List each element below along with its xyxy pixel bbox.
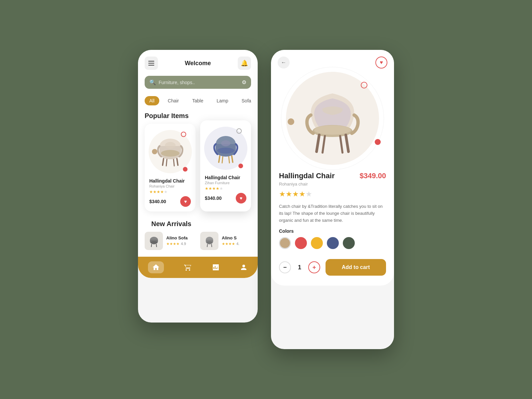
category-table[interactable]: Table: [188, 96, 208, 105]
add-to-cart-button[interactable]: Add to cart: [326, 259, 386, 276]
favorite-button[interactable]: ♥: [375, 57, 387, 68]
product-detail-info: Hallingdal Chair $349.00 Rohaniya chair …: [271, 168, 394, 259]
search-input[interactable]: [159, 80, 239, 85]
nav-home-button[interactable]: [148, 261, 164, 273]
svg-line-27: [340, 136, 342, 153]
category-bar: All Chair Table Lamp Sofa A: [138, 91, 258, 110]
arrival-name-1: Alino Sofa: [166, 235, 188, 240]
product-detail-stars: ★★★★★: [279, 190, 386, 199]
product-sub-1: Rohaniya Chair: [149, 184, 191, 188]
wishlist-button-2[interactable]: ♥: [236, 193, 246, 203]
back-button[interactable]: ←: [278, 57, 290, 68]
arrival-thumb-2: [200, 232, 218, 250]
arrival-thumb-1: [145, 232, 163, 250]
arrival-item-1[interactable]: Alino Sofa ★★★★4.9: [145, 232, 196, 250]
new-arrivals-title: New Arrivals: [145, 218, 251, 232]
dot-red-detail: [375, 139, 381, 145]
product-name-2: Hallingdal Chair: [205, 175, 246, 180]
svg-point-9: [221, 140, 230, 146]
product-detail-price: $349.00: [359, 172, 386, 180]
color-yellow[interactable]: [311, 237, 323, 249]
svg-line-25: [346, 135, 348, 152]
cart-row: − 1 + Add to cart: [271, 259, 394, 276]
arrival-stars-1: ★★★★: [166, 242, 180, 246]
product-sub-2: Zihan Furniture: [205, 181, 246, 185]
svg-line-6: [174, 159, 174, 166]
arrival-name-2: Alino S: [222, 235, 239, 240]
svg-line-24: [317, 135, 319, 152]
quantity-increase-button[interactable]: +: [308, 261, 320, 273]
arrival-rating-2: 4.: [236, 242, 239, 246]
arrival-item-2[interactable]: Alino S ★★★★4.: [200, 232, 251, 250]
product-stars-2: ★★★★★: [205, 186, 246, 191]
colors-label: Colors: [279, 228, 386, 234]
product-description: Catch chair by &Tradition literally catc…: [279, 203, 386, 224]
nav-profile-button[interactable]: [240, 263, 248, 271]
product-stars-1: ★★★★★: [149, 190, 191, 194]
chair-image-2: [207, 130, 244, 167]
svg-line-3: [163, 159, 164, 165]
svg-line-11: [232, 156, 233, 162]
color-blue[interactable]: [327, 237, 339, 249]
product-price-1: $340.00: [149, 199, 166, 204]
wishlist-button-1[interactable]: ♥: [180, 196, 191, 207]
product-card-2[interactable]: Hallingdal Chair Zihan Furniture ★★★★★ $…: [200, 120, 251, 211]
detail-header: ← ♥: [271, 50, 394, 68]
svg-point-23: [314, 125, 351, 135]
svg-point-8: [217, 148, 234, 154]
quantity-value: 1: [296, 264, 303, 271]
svg-line-26: [323, 136, 325, 153]
new-arrivals-section: New Arrivals: [138, 218, 258, 250]
svg-point-2: [165, 142, 176, 149]
category-chair[interactable]: Chair: [163, 96, 184, 105]
color-beige[interactable]: [279, 237, 291, 249]
svg-line-20: [207, 244, 207, 247]
svg-line-21: [211, 244, 212, 247]
arrival-rating-1: 4.9: [181, 242, 186, 246]
product-price-2: $340.00: [205, 196, 222, 201]
color-red[interactable]: [295, 237, 307, 249]
bottom-navigation: [138, 257, 258, 278]
colors-row: [279, 237, 386, 249]
product-detail-subtitle: Rohaniya chair: [279, 182, 386, 187]
svg-line-16: [151, 244, 152, 247]
svg-line-13: [229, 157, 229, 163]
color-dark-green[interactable]: [343, 237, 355, 249]
page-title: Welcome: [185, 60, 211, 67]
quantity-decrease-button[interactable]: −: [279, 261, 291, 273]
filter-icon[interactable]: ⚙: [242, 79, 246, 85]
search-bar: 🔍 ⚙: [145, 76, 251, 89]
chair-image-1: [152, 133, 189, 170]
search-icon: 🔍: [149, 79, 156, 85]
nav-cart-button[interactable]: [184, 263, 192, 271]
product-detail-image: [271, 72, 394, 165]
arrival-stars-2: ★★★★: [222, 242, 235, 246]
menu-button[interactable]: [145, 57, 158, 70]
svg-line-10: [219, 156, 220, 162]
svg-line-4: [177, 159, 178, 165]
svg-line-17: [156, 244, 157, 247]
svg-point-19: [206, 241, 212, 243]
svg-point-15: [151, 241, 157, 244]
product-detail-name: Hallingdal Chair: [279, 172, 334, 180]
svg-line-5: [166, 159, 167, 166]
category-sofa[interactable]: Sofa: [237, 96, 256, 105]
svg-point-1: [161, 150, 180, 157]
nav-analytics-button[interactable]: [212, 263, 220, 271]
category-lamp[interactable]: Lamp: [212, 96, 233, 105]
notification-button[interactable]: 🔔: [238, 57, 251, 70]
product-image-large: [293, 82, 372, 155]
product-name-1: Hallingdal Chair: [149, 178, 191, 184]
category-all[interactable]: All: [145, 96, 159, 105]
product-card-1[interactable]: Hallingdal Chair Rohaniya Chair ★★★★★ $3…: [145, 124, 196, 211]
products-row: Hallingdal Chair Rohaniya Chair ★★★★★ $3…: [138, 124, 258, 218]
svg-line-12: [222, 157, 223, 163]
